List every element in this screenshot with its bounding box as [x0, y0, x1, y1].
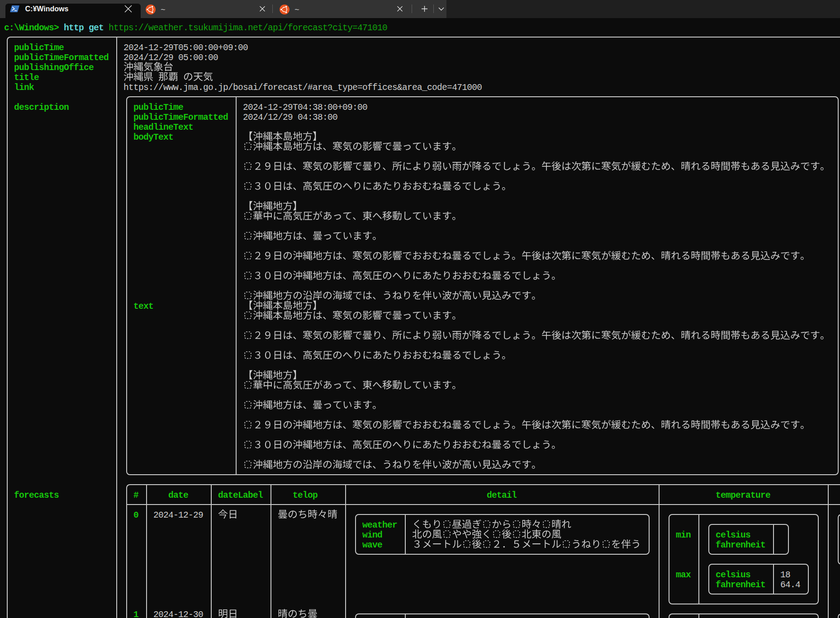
svg-text:~: ~: [294, 5, 299, 14]
svg-text:~: ~: [161, 5, 166, 14]
